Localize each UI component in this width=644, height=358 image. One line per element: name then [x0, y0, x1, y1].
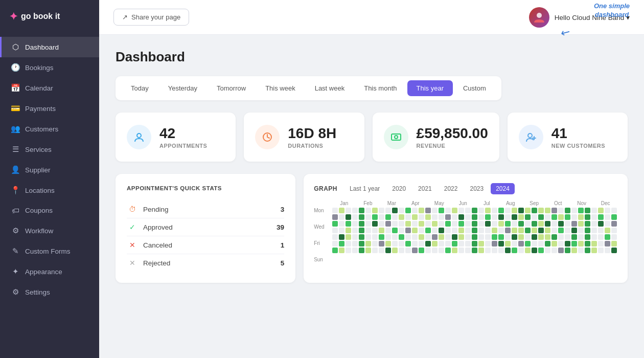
- locations-icon: 📍: [11, 186, 20, 195]
- sidebar-item-label: Settings: [25, 288, 50, 296]
- heatmap-cell: [518, 221, 524, 227]
- heatmap-cell: [545, 214, 550, 220]
- share-page-button[interactable]: ↗ Share your page: [113, 9, 189, 26]
- heatmap-cell: [332, 208, 338, 213]
- heatmap-cell: [332, 214, 338, 220]
- sidebar-item-custom-forms[interactable]: ✎ Custom Forms: [0, 241, 99, 261]
- heatmap-cell: [532, 214, 537, 220]
- sidebar-item-label: Supplier: [25, 166, 51, 174]
- month-label-apr: Apr: [404, 200, 427, 206]
- heatmap-cell: [565, 228, 570, 233]
- sidebar-item-services[interactable]: ☰ Services: [0, 139, 99, 160]
- heatmap-cell: [339, 248, 344, 253]
- tab-this-week[interactable]: This week: [256, 80, 305, 96]
- year-tab-2022[interactable]: 2022: [439, 183, 463, 194]
- heatmap-cell: [339, 241, 344, 247]
- page-title: Dashboard: [116, 49, 628, 65]
- heatmap-cell: [385, 221, 391, 227]
- sidebar-item-locations[interactable]: 📍 Locations: [0, 180, 99, 200]
- heatmap-cell: [558, 241, 564, 247]
- day-label-empty3: [314, 249, 330, 255]
- sidebar-item-payments[interactable]: 💳 Payments: [0, 98, 99, 119]
- tab-today[interactable]: Today: [122, 80, 158, 96]
- heatmap-cell: [399, 221, 404, 227]
- tab-this-year[interactable]: This year: [407, 80, 453, 96]
- heatmap-cell: [545, 234, 550, 240]
- heatmap-week: [585, 208, 590, 263]
- heatmap-cell: [578, 241, 584, 247]
- heatmap-cell: [385, 208, 391, 213]
- heatmap-cell: [518, 248, 524, 253]
- heatmap-cell: [412, 241, 418, 247]
- sidebar-item-dashboard[interactable]: ⬡ Dashboard: [0, 37, 99, 57]
- svg-rect-3: [392, 134, 401, 140]
- heatmap-cell: [512, 248, 517, 253]
- sidebar-item-bookings[interactable]: 🕐 Bookings: [0, 57, 99, 78]
- heatmap-cell: [512, 214, 517, 220]
- stat-new-customers-info: 41 NEW CUSTOMERS: [551, 125, 605, 149]
- tab-custom[interactable]: Custom: [454, 80, 495, 96]
- heatmap-cell: [585, 214, 590, 220]
- heatmap-week: [372, 208, 378, 263]
- heatmap-week: [465, 208, 471, 263]
- heatmap-cell: [532, 208, 537, 213]
- heatmap-cell: [352, 208, 358, 213]
- heatmap-week: [385, 208, 391, 263]
- year-tab-2024[interactable]: 2024: [491, 183, 515, 194]
- heatmap-cell: [452, 214, 457, 220]
- tab-last-week[interactable]: Last week: [306, 80, 354, 96]
- heatmap-cell: [498, 248, 504, 253]
- heatmap-cell: [379, 221, 384, 227]
- heatmap-cell: [571, 234, 577, 240]
- stat-revenue: £59,850.00 REVENUE: [373, 113, 499, 162]
- year-tab-2020[interactable]: 2020: [387, 183, 411, 194]
- heatmap-cell: [399, 228, 404, 233]
- heatmap-cell: [605, 228, 610, 233]
- heatmap-cell: [458, 241, 464, 247]
- heatmap-cell: [611, 221, 617, 227]
- heatmap-cell: [439, 214, 444, 220]
- heatmap-cell: [538, 221, 544, 227]
- heatmap-cell: [425, 221, 431, 227]
- sidebar-item-coupons[interactable]: 🏷 Coupons: [0, 200, 99, 220]
- heatmap-cell: [472, 234, 477, 240]
- sidebar-item-supplier[interactable]: 👤 Supplier: [0, 160, 99, 180]
- heatmap-cell: [452, 234, 457, 240]
- tab-this-month[interactable]: This month: [355, 80, 406, 96]
- heatmap-cell: [432, 248, 438, 253]
- year-tab-last1year[interactable]: Last 1 year: [344, 183, 385, 194]
- heatmap-cell: [352, 241, 358, 247]
- user-menu[interactable]: Hello Cloud Nine Band ▾: [529, 7, 630, 28]
- heatmap-cell: [432, 221, 438, 227]
- heatmap-cell: [585, 234, 590, 240]
- year-tab-2023[interactable]: 2023: [465, 183, 489, 194]
- month-label-sep: Sep: [522, 200, 546, 206]
- heatmap-cell: [359, 214, 364, 220]
- sidebar-item-customers[interactable]: 👥 Customers: [0, 119, 99, 139]
- heatmap-cell: [518, 228, 524, 233]
- heatmap-cell: [505, 248, 511, 253]
- tab-yesterday[interactable]: Yesterday: [159, 80, 206, 96]
- heatmap-cell: [405, 214, 411, 220]
- heatmap-cell: [452, 208, 457, 213]
- heatmap-cell: [551, 234, 557, 240]
- heatmap-cell: [372, 208, 378, 213]
- heatmap-cell: [432, 241, 438, 247]
- bottom-row: APPOINTMENT'S QUICK STATS ⏱ Pending 3 ✓ …: [116, 174, 628, 283]
- sidebar-item-calendar[interactable]: 📅 Calendar: [0, 78, 99, 98]
- heatmap-week: [439, 208, 444, 263]
- share-icon: ↗: [122, 13, 128, 21]
- sidebar-item-settings[interactable]: ⚙ Settings: [0, 282, 99, 302]
- heatmap-cell: [565, 234, 570, 240]
- heatmap-cell: [392, 234, 398, 240]
- sidebar-item-label: Payments: [25, 105, 56, 113]
- sidebar-item-appearance[interactable]: ✦ Appearance: [0, 261, 99, 282]
- heatmap-cell: [585, 221, 590, 227]
- appointments-label: APPOINTMENTS: [159, 143, 207, 149]
- heatmap-cell: [419, 228, 424, 233]
- heatmap-cell: [505, 228, 511, 233]
- sidebar-item-workflow[interactable]: ⚙ Workflow: [0, 220, 99, 241]
- year-tab-2021[interactable]: 2021: [413, 183, 437, 194]
- heatmap-cell: [385, 241, 391, 247]
- tab-tomorrow[interactable]: Tomorrow: [208, 80, 255, 96]
